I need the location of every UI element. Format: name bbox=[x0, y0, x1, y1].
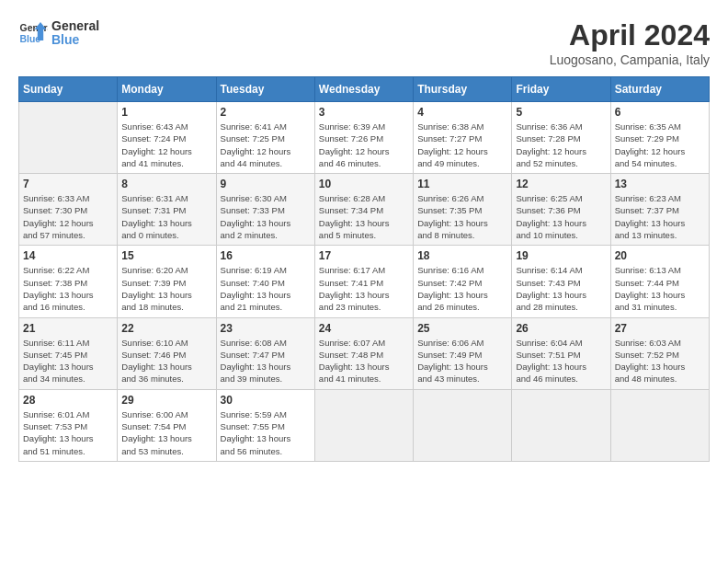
header-cell-wednesday: Wednesday bbox=[314, 77, 413, 102]
calendar-header: SundayMondayTuesdayWednesdayThursdayFrid… bbox=[19, 77, 710, 102]
day-info: Sunrise: 6:06 AM Sunset: 7:49 PM Dayligh… bbox=[417, 337, 507, 385]
day-number: 11 bbox=[417, 178, 507, 190]
logo-icon: General Blue bbox=[18, 18, 48, 48]
day-number: 8 bbox=[121, 178, 211, 190]
day-info: Sunrise: 6:35 AM Sunset: 7:29 PM Dayligh… bbox=[615, 121, 705, 169]
header: General Blue General Blue April 2024 Luo… bbox=[18, 18, 710, 67]
day-cell: 2Sunrise: 6:41 AM Sunset: 7:25 PM Daylig… bbox=[216, 102, 314, 174]
day-info: Sunrise: 6:39 AM Sunset: 7:26 PM Dayligh… bbox=[319, 121, 409, 169]
day-number: 17 bbox=[319, 249, 409, 262]
day-cell: 29Sunrise: 6:00 AM Sunset: 7:54 PM Dayli… bbox=[118, 389, 216, 461]
day-number: 27 bbox=[615, 322, 705, 335]
day-cell: 12Sunrise: 6:25 AM Sunset: 7:36 PM Dayli… bbox=[512, 174, 610, 246]
day-cell: 7Sunrise: 6:33 AM Sunset: 7:30 PM Daylig… bbox=[19, 174, 118, 246]
day-cell: 19Sunrise: 6:14 AM Sunset: 7:43 PM Dayli… bbox=[512, 246, 610, 317]
day-cell: 1Sunrise: 6:43 AM Sunset: 7:24 PM Daylig… bbox=[118, 102, 216, 174]
title-area: April 2024 Luogosano, Campania, Italy bbox=[550, 18, 710, 67]
day-number: 12 bbox=[516, 178, 606, 190]
day-cell: 15Sunrise: 6:20 AM Sunset: 7:39 PM Dayli… bbox=[118, 246, 216, 317]
day-cell: 25Sunrise: 6:06 AM Sunset: 7:49 PM Dayli… bbox=[414, 317, 512, 389]
day-cell: 3Sunrise: 6:39 AM Sunset: 7:26 PM Daylig… bbox=[314, 102, 413, 174]
header-cell-saturday: Saturday bbox=[610, 77, 709, 102]
day-number: 9 bbox=[221, 178, 311, 190]
day-info: Sunrise: 6:14 AM Sunset: 7:43 PM Dayligh… bbox=[516, 264, 606, 313]
calendar-table: SundayMondayTuesdayWednesdayThursdayFrid… bbox=[18, 76, 710, 462]
day-cell: 9Sunrise: 6:30 AM Sunset: 7:33 PM Daylig… bbox=[216, 174, 314, 246]
day-number: 13 bbox=[615, 178, 705, 190]
day-cell: 5Sunrise: 6:36 AM Sunset: 7:28 PM Daylig… bbox=[512, 102, 610, 174]
day-number: 10 bbox=[319, 178, 409, 190]
day-number: 26 bbox=[516, 322, 606, 335]
calendar-body: 1Sunrise: 6:43 AM Sunset: 7:24 PM Daylig… bbox=[19, 102, 710, 462]
day-info: Sunrise: 6:38 AM Sunset: 7:27 PM Dayligh… bbox=[417, 121, 507, 169]
day-cell: 30Sunrise: 5:59 AM Sunset: 7:55 PM Dayli… bbox=[216, 389, 314, 461]
logo-line2: Blue bbox=[51, 33, 99, 47]
day-number: 6 bbox=[615, 106, 705, 119]
logo: General Blue General Blue bbox=[18, 18, 99, 48]
day-number: 23 bbox=[221, 322, 311, 335]
day-cell: 6Sunrise: 6:35 AM Sunset: 7:29 PM Daylig… bbox=[610, 102, 709, 174]
day-info: Sunrise: 6:08 AM Sunset: 7:47 PM Dayligh… bbox=[221, 337, 311, 385]
day-number: 2 bbox=[221, 106, 311, 119]
day-info: Sunrise: 6:31 AM Sunset: 7:31 PM Dayligh… bbox=[121, 192, 211, 241]
day-cell: 13Sunrise: 6:23 AM Sunset: 7:37 PM Dayli… bbox=[610, 174, 709, 246]
header-cell-tuesday: Tuesday bbox=[216, 77, 314, 102]
day-number: 16 bbox=[221, 249, 311, 262]
day-number: 24 bbox=[319, 322, 409, 335]
day-number: 25 bbox=[417, 322, 507, 335]
day-info: Sunrise: 6:22 AM Sunset: 7:38 PM Dayligh… bbox=[23, 264, 113, 313]
day-info: Sunrise: 6:20 AM Sunset: 7:39 PM Dayligh… bbox=[121, 264, 211, 313]
day-number: 28 bbox=[23, 394, 113, 407]
day-info: Sunrise: 6:11 AM Sunset: 7:45 PM Dayligh… bbox=[23, 337, 113, 385]
header-cell-friday: Friday bbox=[512, 77, 610, 102]
day-number: 30 bbox=[221, 394, 311, 407]
day-info: Sunrise: 6:30 AM Sunset: 7:33 PM Dayligh… bbox=[221, 192, 311, 241]
header-row: SundayMondayTuesdayWednesdayThursdayFrid… bbox=[19, 77, 710, 102]
day-info: Sunrise: 6:36 AM Sunset: 7:28 PM Dayligh… bbox=[516, 121, 606, 169]
day-number: 15 bbox=[121, 249, 211, 262]
day-cell: 18Sunrise: 6:16 AM Sunset: 7:42 PM Dayli… bbox=[414, 246, 512, 317]
main-title: April 2024 bbox=[550, 18, 710, 52]
day-cell: 10Sunrise: 6:28 AM Sunset: 7:34 PM Dayli… bbox=[314, 174, 413, 246]
day-info: Sunrise: 6:00 AM Sunset: 7:54 PM Dayligh… bbox=[121, 408, 211, 457]
day-number: 19 bbox=[516, 249, 606, 262]
day-number: 18 bbox=[417, 249, 507, 262]
subtitle: Luogosano, Campania, Italy bbox=[550, 52, 710, 67]
day-info: Sunrise: 6:13 AM Sunset: 7:44 PM Dayligh… bbox=[615, 264, 705, 313]
day-cell: 14Sunrise: 6:22 AM Sunset: 7:38 PM Dayli… bbox=[19, 246, 118, 317]
week-row-4: 21Sunrise: 6:11 AM Sunset: 7:45 PM Dayli… bbox=[19, 317, 710, 389]
day-cell: 24Sunrise: 6:07 AM Sunset: 7:48 PM Dayli… bbox=[314, 317, 413, 389]
day-cell: 11Sunrise: 6:26 AM Sunset: 7:35 PM Dayli… bbox=[414, 174, 512, 246]
header-cell-sunday: Sunday bbox=[19, 77, 118, 102]
day-cell: 27Sunrise: 6:03 AM Sunset: 7:52 PM Dayli… bbox=[610, 317, 709, 389]
day-info: Sunrise: 6:33 AM Sunset: 7:30 PM Dayligh… bbox=[23, 192, 113, 241]
day-number: 20 bbox=[615, 249, 705, 262]
day-info: Sunrise: 6:41 AM Sunset: 7:25 PM Dayligh… bbox=[221, 121, 311, 169]
day-info: Sunrise: 6:19 AM Sunset: 7:40 PM Dayligh… bbox=[221, 264, 311, 313]
week-row-3: 14Sunrise: 6:22 AM Sunset: 7:38 PM Dayli… bbox=[19, 246, 710, 317]
day-cell: 28Sunrise: 6:01 AM Sunset: 7:53 PM Dayli… bbox=[19, 389, 118, 461]
day-cell: 17Sunrise: 6:17 AM Sunset: 7:41 PM Dayli… bbox=[314, 246, 413, 317]
day-info: Sunrise: 6:28 AM Sunset: 7:34 PM Dayligh… bbox=[319, 192, 409, 241]
day-cell bbox=[414, 389, 512, 461]
day-number: 1 bbox=[121, 106, 211, 119]
day-info: Sunrise: 6:01 AM Sunset: 7:53 PM Dayligh… bbox=[23, 408, 113, 457]
day-cell bbox=[314, 389, 413, 461]
day-number: 21 bbox=[23, 322, 113, 335]
week-row-5: 28Sunrise: 6:01 AM Sunset: 7:53 PM Dayli… bbox=[19, 389, 710, 461]
day-cell: 21Sunrise: 6:11 AM Sunset: 7:45 PM Dayli… bbox=[19, 317, 118, 389]
day-info: Sunrise: 6:16 AM Sunset: 7:42 PM Dayligh… bbox=[417, 264, 507, 313]
header-cell-monday: Monday bbox=[118, 77, 216, 102]
day-number: 22 bbox=[121, 322, 211, 335]
day-number: 7 bbox=[23, 178, 113, 190]
week-row-2: 7Sunrise: 6:33 AM Sunset: 7:30 PM Daylig… bbox=[19, 174, 710, 246]
day-info: Sunrise: 6:03 AM Sunset: 7:52 PM Dayligh… bbox=[615, 337, 705, 385]
day-number: 5 bbox=[516, 106, 606, 119]
day-number: 3 bbox=[319, 106, 409, 119]
day-info: Sunrise: 6:04 AM Sunset: 7:51 PM Dayligh… bbox=[516, 337, 606, 385]
day-cell: 16Sunrise: 6:19 AM Sunset: 7:40 PM Dayli… bbox=[216, 246, 314, 317]
day-cell bbox=[610, 389, 709, 461]
day-info: Sunrise: 6:23 AM Sunset: 7:37 PM Dayligh… bbox=[615, 192, 705, 241]
day-cell bbox=[19, 102, 118, 174]
day-cell: 4Sunrise: 6:38 AM Sunset: 7:27 PM Daylig… bbox=[414, 102, 512, 174]
